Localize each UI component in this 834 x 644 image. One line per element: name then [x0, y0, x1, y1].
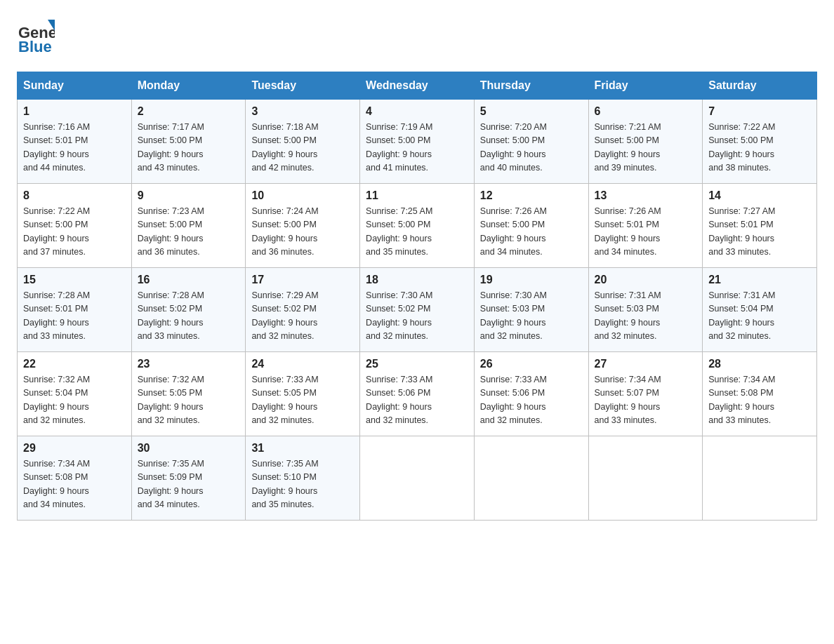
day-number: 31	[251, 442, 354, 455]
day-info: Sunrise: 7:34 AMSunset: 5:07 PMDaylight:…	[595, 373, 697, 428]
day-info: Sunrise: 7:27 AMSunset: 5:01 PMDaylight:…	[708, 205, 811, 260]
day-info: Sunrise: 7:33 AMSunset: 5:05 PMDaylight:…	[251, 373, 354, 428]
day-number: 17	[251, 274, 354, 286]
col-tuesday: Tuesday	[246, 72, 360, 100]
week-row-3: 15Sunrise: 7:28 AMSunset: 5:01 PMDayligh…	[18, 268, 817, 352]
day-number: 25	[366, 358, 468, 370]
header-row: Sunday Monday Tuesday Wednesday Thursday…	[18, 72, 817, 100]
day-number: 3	[251, 105, 354, 118]
day-info: Sunrise: 7:32 AMSunset: 5:04 PMDaylight:…	[23, 373, 126, 428]
day-cell: 5Sunrise: 7:20 AMSunset: 5:00 PMDaylight…	[474, 100, 588, 184]
day-number: 26	[480, 358, 583, 370]
day-cell	[588, 436, 703, 521]
day-number: 13	[595, 189, 697, 202]
day-cell: 23Sunrise: 7:32 AMSunset: 5:05 PMDayligh…	[131, 352, 246, 436]
day-info: Sunrise: 7:34 AMSunset: 5:08 PMDaylight:…	[708, 373, 811, 428]
day-cell: 10Sunrise: 7:24 AMSunset: 5:00 PMDayligh…	[246, 184, 360, 268]
col-friday: Friday	[588, 72, 703, 100]
day-number: 28	[708, 358, 811, 370]
col-monday: Monday	[131, 72, 246, 100]
day-cell: 7Sunrise: 7:22 AMSunset: 5:00 PMDaylight…	[703, 100, 817, 184]
day-info: Sunrise: 7:33 AMSunset: 5:06 PMDaylight:…	[366, 373, 468, 428]
day-cell: 3Sunrise: 7:18 AMSunset: 5:00 PMDaylight…	[246, 100, 360, 184]
day-number: 24	[251, 358, 354, 370]
day-cell: 27Sunrise: 7:34 AMSunset: 5:07 PMDayligh…	[588, 352, 703, 436]
day-cell: 15Sunrise: 7:28 AMSunset: 5:01 PMDayligh…	[18, 268, 132, 352]
week-row-5: 29Sunrise: 7:34 AMSunset: 5:08 PMDayligh…	[18, 436, 817, 521]
day-number: 30	[138, 442, 240, 455]
day-number: 12	[480, 189, 583, 202]
day-number: 10	[251, 189, 354, 202]
day-info: Sunrise: 7:31 AMSunset: 5:03 PMDaylight:…	[595, 289, 697, 344]
day-cell: 16Sunrise: 7:28 AMSunset: 5:02 PMDayligh…	[131, 268, 246, 352]
day-info: Sunrise: 7:33 AMSunset: 5:06 PMDaylight:…	[480, 373, 583, 428]
day-info: Sunrise: 7:22 AMSunset: 5:00 PMDaylight:…	[23, 205, 126, 260]
day-cell: 28Sunrise: 7:34 AMSunset: 5:08 PMDayligh…	[703, 352, 817, 436]
col-sunday: Sunday	[18, 72, 132, 100]
day-info: Sunrise: 7:18 AMSunset: 5:00 PMDaylight:…	[251, 121, 354, 175]
day-cell: 24Sunrise: 7:33 AMSunset: 5:05 PMDayligh…	[246, 352, 360, 436]
day-cell: 2Sunrise: 7:17 AMSunset: 5:00 PMDaylight…	[131, 100, 246, 184]
day-cell: 29Sunrise: 7:34 AMSunset: 5:08 PMDayligh…	[18, 436, 132, 521]
day-cell: 9Sunrise: 7:23 AMSunset: 5:00 PMDaylight…	[131, 184, 246, 268]
day-info: Sunrise: 7:34 AMSunset: 5:08 PMDaylight:…	[23, 457, 126, 512]
logo: General Blue	[17, 17, 58, 58]
day-number: 4	[366, 105, 468, 118]
day-number: 5	[480, 105, 583, 118]
day-info: Sunrise: 7:35 AMSunset: 5:09 PMDaylight:…	[138, 457, 240, 512]
col-saturday: Saturday	[703, 72, 817, 100]
day-info: Sunrise: 7:32 AMSunset: 5:05 PMDaylight:…	[138, 373, 240, 428]
day-cell	[360, 436, 475, 521]
day-cell: 12Sunrise: 7:26 AMSunset: 5:00 PMDayligh…	[474, 184, 588, 268]
day-info: Sunrise: 7:28 AMSunset: 5:02 PMDaylight:…	[138, 289, 240, 344]
day-number: 14	[708, 189, 811, 202]
day-number: 2	[138, 105, 240, 118]
day-info: Sunrise: 7:25 AMSunset: 5:00 PMDaylight:…	[366, 205, 468, 260]
day-cell: 19Sunrise: 7:30 AMSunset: 5:03 PMDayligh…	[474, 268, 588, 352]
col-wednesday: Wednesday	[360, 72, 475, 100]
day-info: Sunrise: 7:26 AMSunset: 5:01 PMDaylight:…	[595, 205, 697, 260]
day-info: Sunrise: 7:30 AMSunset: 5:02 PMDaylight:…	[366, 289, 468, 344]
calendar-table: Sunday Monday Tuesday Wednesday Thursday…	[17, 72, 817, 521]
day-cell: 11Sunrise: 7:25 AMSunset: 5:00 PMDayligh…	[360, 184, 475, 268]
day-info: Sunrise: 7:29 AMSunset: 5:02 PMDaylight:…	[251, 289, 354, 344]
day-cell	[703, 436, 817, 521]
day-number: 6	[595, 105, 697, 118]
logo-icon: General Blue	[17, 17, 55, 55]
day-cell: 1Sunrise: 7:16 AMSunset: 5:01 PMDaylight…	[18, 100, 132, 184]
day-number: 11	[366, 189, 468, 202]
day-number: 27	[595, 358, 697, 370]
day-info: Sunrise: 7:21 AMSunset: 5:00 PMDaylight:…	[595, 121, 697, 175]
day-number: 29	[23, 442, 126, 455]
day-number: 22	[23, 358, 126, 370]
day-cell: 13Sunrise: 7:26 AMSunset: 5:01 PMDayligh…	[588, 184, 703, 268]
day-number: 20	[595, 274, 697, 286]
day-info: Sunrise: 7:20 AMSunset: 5:00 PMDaylight:…	[480, 121, 583, 175]
day-info: Sunrise: 7:23 AMSunset: 5:00 PMDaylight:…	[138, 205, 240, 260]
day-cell: 8Sunrise: 7:22 AMSunset: 5:00 PMDaylight…	[18, 184, 132, 268]
day-info: Sunrise: 7:24 AMSunset: 5:00 PMDaylight:…	[251, 205, 354, 260]
day-cell: 30Sunrise: 7:35 AMSunset: 5:09 PMDayligh…	[131, 436, 246, 521]
week-row-4: 22Sunrise: 7:32 AMSunset: 5:04 PMDayligh…	[18, 352, 817, 436]
day-number: 1	[23, 105, 126, 118]
page-header: General Blue	[17, 17, 817, 58]
day-info: Sunrise: 7:31 AMSunset: 5:04 PMDaylight:…	[708, 289, 811, 344]
day-info: Sunrise: 7:35 AMSunset: 5:10 PMDaylight:…	[251, 457, 354, 512]
week-row-1: 1Sunrise: 7:16 AMSunset: 5:01 PMDaylight…	[18, 100, 817, 184]
day-info: Sunrise: 7:22 AMSunset: 5:00 PMDaylight:…	[708, 121, 811, 175]
day-cell: 26Sunrise: 7:33 AMSunset: 5:06 PMDayligh…	[474, 352, 588, 436]
day-info: Sunrise: 7:26 AMSunset: 5:00 PMDaylight:…	[480, 205, 583, 260]
day-info: Sunrise: 7:30 AMSunset: 5:03 PMDaylight:…	[480, 289, 583, 344]
day-cell: 20Sunrise: 7:31 AMSunset: 5:03 PMDayligh…	[588, 268, 703, 352]
col-thursday: Thursday	[474, 72, 588, 100]
day-number: 16	[138, 274, 240, 286]
day-cell: 22Sunrise: 7:32 AMSunset: 5:04 PMDayligh…	[18, 352, 132, 436]
day-cell: 21Sunrise: 7:31 AMSunset: 5:04 PMDayligh…	[703, 268, 817, 352]
day-cell: 6Sunrise: 7:21 AMSunset: 5:00 PMDaylight…	[588, 100, 703, 184]
day-number: 9	[138, 189, 240, 202]
day-number: 19	[480, 274, 583, 286]
day-info: Sunrise: 7:19 AMSunset: 5:00 PMDaylight:…	[366, 121, 468, 175]
day-number: 23	[138, 358, 240, 370]
day-number: 8	[23, 189, 126, 202]
day-info: Sunrise: 7:28 AMSunset: 5:01 PMDaylight:…	[23, 289, 126, 344]
